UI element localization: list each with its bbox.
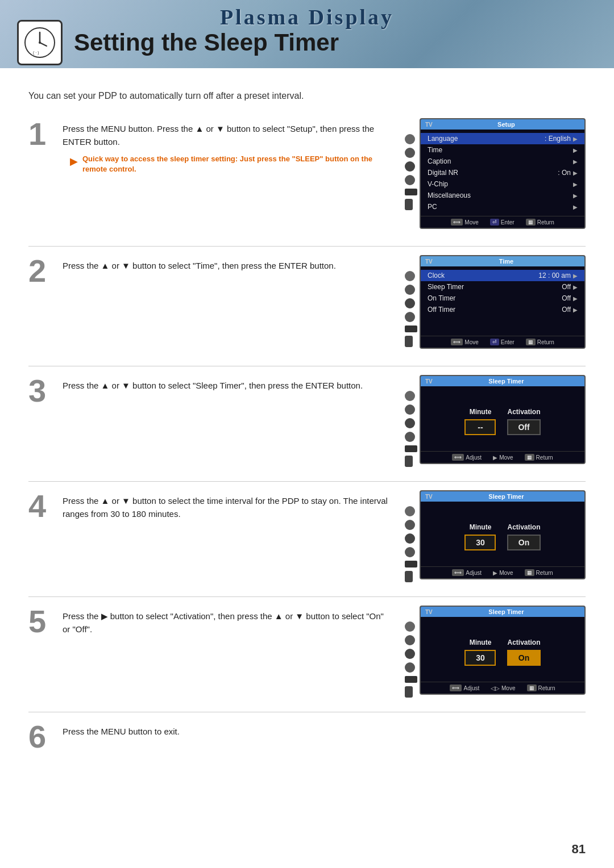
sidebar-icon-2-3: [405, 298, 415, 308]
step-6-text: Press the MENU button to exit.: [63, 721, 586, 738]
step-3-screen: TV Sleep Timer Minute -- Activatio: [404, 375, 586, 464]
page-number: 81: [572, 842, 586, 857]
minute-label-2: Minute: [464, 523, 496, 531]
tv-screen-sleep3: TV Sleep Timer Minute 30 Activatio: [420, 606, 586, 695]
tv-row-pc: PC ▶: [421, 201, 584, 212]
tv-screen-sleep3-header: TV Sleep Timer: [421, 607, 584, 617]
sidebar-icon-3-3: [405, 418, 415, 428]
sleep-spacer-bottom: [428, 435, 578, 445]
sidebar-icon-4-1: [405, 506, 415, 516]
divider-2: [28, 366, 586, 366]
screen-title-sleep1: Sleep Timer: [488, 378, 524, 385]
sidebar-icon-4: [405, 175, 415, 185]
step-1-tip: ▶ Quick way to access the sleep timer se…: [63, 154, 392, 174]
sleep-spacer-top-3: [428, 625, 578, 634]
step-2-text: Press the ▲ or ▼ button to select "Time"…: [63, 255, 392, 273]
divider-3: [28, 481, 586, 482]
sidebar-icon-3-1: [405, 391, 415, 401]
tv-screen-sleep1: TV Sleep Timer Minute -- Activatio: [420, 375, 586, 464]
step-3: 3 Press the ▲ or ▼ button to select "Sle…: [28, 375, 586, 464]
minute-label-3: Minute: [464, 639, 496, 646]
divider-1: [28, 246, 586, 247]
tv-sleep-body-1: Minute -- Activation Off: [421, 386, 584, 451]
tv-row-language: Language : English ▶: [421, 133, 584, 144]
sleep-spacer-top-2: [428, 510, 578, 519]
sidebar-icon-5-4: [405, 662, 415, 673]
tv-footer-sleep3: ⟺ Adjust ◁▷ Move ▦ Return: [421, 682, 584, 694]
activation-label-1: Activation: [507, 408, 540, 416]
activation-label-2: Activation: [507, 523, 540, 531]
footer-move-4: ▶ Move: [493, 569, 513, 576]
tv-row-on-timer: On Timer Off ▶: [421, 293, 584, 304]
tv-row-vchip: V-Chip ▶: [421, 178, 584, 190]
sidebar-icon-5-6: [405, 686, 413, 698]
main-content: You can set your PDP to automatically tu…: [0, 68, 614, 868]
sidebar-icon-5-5: [405, 676, 417, 683]
sleep-col-minute-2: Minute 30: [464, 523, 496, 550]
sleep-spacer-top: [428, 395, 578, 403]
sidebar-icon-2-6: [405, 336, 413, 347]
sidebar-icon-1: [405, 134, 415, 144]
sidebar-icon-4-6: [405, 571, 413, 582]
tv-row-digital-nr: Digital NR : On ▶: [421, 167, 584, 178]
sidebar-icon-3: [405, 161, 415, 172]
svg-text:( · ): ( · ): [33, 51, 39, 55]
page-header: Plasma Display ( · ) Setting the Sleep T…: [0, 0, 614, 68]
step-number-3: 3: [28, 375, 60, 407]
sleep-col-minute-3: Minute 30: [464, 639, 496, 666]
tv-sidebar-icons-5: [405, 621, 417, 698]
sidebar-icon-4-5: [405, 561, 417, 567]
tv-row-clock: Clock 12 : 00 am ▶: [421, 270, 584, 281]
screen-title-sleep2: Sleep Timer: [488, 493, 524, 500]
step-1-screen: TV Setup Language : English ▶ Time ▶: [404, 118, 586, 229]
step-number-5: 5: [28, 606, 60, 637]
sidebar-icon-4-4: [405, 547, 415, 557]
clock-icon: ( · ): [17, 20, 63, 65]
sidebar-icon-3-2: [405, 404, 415, 415]
footer-return-4: ▦ Return: [525, 569, 553, 576]
sidebar-icon-3-4: [405, 432, 415, 442]
tip-arrow-icon: ▶: [70, 155, 78, 168]
page-title: Setting the Sleep Timer: [74, 29, 339, 56]
sidebar-icon-5-1: [405, 621, 415, 632]
minute-value-2: 30: [464, 535, 496, 550]
step-1-text: Press the MENU button. Press the ▲ or ▼ …: [63, 118, 392, 148]
sidebar-icon-3-5: [405, 445, 417, 452]
step-1: 1 Press the MENU button. Press the ▲ or …: [28, 118, 586, 229]
footer-return-2: ▦ Return: [526, 339, 554, 345]
tv-screen-sleep2: TV Sleep Timer Minute 30 Activatio: [420, 490, 586, 579]
sidebar-icon-5-3: [405, 649, 415, 659]
footer-adjust-2: ⟺ Adjust: [452, 569, 482, 576]
step-number-2: 2: [28, 255, 60, 287]
sidebar-icon-2-4: [405, 312, 415, 322]
sidebar-icon-5: [405, 189, 417, 195]
tv-sidebar-icons-3: [405, 391, 417, 467]
tv-sidebar-icons-2: [405, 271, 417, 347]
activation-value-3: On: [507, 650, 540, 666]
sidebar-icon-2: [405, 148, 415, 158]
tv-wrapper-3: TV Sleep Timer Minute -- Activatio: [404, 375, 586, 464]
step-number-4: 4: [28, 490, 60, 522]
sidebar-icon-2-1: [405, 271, 415, 281]
tv-footer-sleep2: ⟺ Adjust ▶ Move ▦ Return: [421, 566, 584, 578]
tv-screen-sleep1-header: TV Sleep Timer: [421, 376, 584, 386]
tv-screen-header: TV Setup: [421, 119, 584, 130]
tv-sidebar-icons-4: [405, 506, 417, 582]
step-4-screen: TV Sleep Timer Minute 30 Activatio: [404, 490, 586, 579]
activation-value-1: Off: [507, 419, 540, 435]
step-number-1: 1: [28, 118, 60, 150]
step-2: 2 Press the ▲ or ▼ button to select "Tim…: [28, 255, 586, 349]
step-3-text: Press the ▲ or ▼ button to select "Sleep…: [63, 375, 392, 393]
tv-screen-sleep2-header: TV Sleep Timer: [421, 491, 584, 502]
sidebar-icon-2-5: [405, 326, 417, 332]
footer-return-3: ▦ Return: [525, 454, 553, 461]
tv-label: TV: [425, 122, 433, 128]
divider-4: [28, 596, 586, 597]
tv-screen-time: TV Time Clock 12 : 00 am ▶ Sleep Timer O…: [420, 255, 586, 349]
step-2-screen: TV Time Clock 12 : 00 am ▶ Sleep Timer O…: [404, 255, 586, 349]
step-4: 4 Press the ▲ or ▼ button to select the …: [28, 490, 586, 579]
tv-wrapper-2: TV Time Clock 12 : 00 am ▶ Sleep Timer O…: [404, 255, 586, 349]
footer-move: ⟺ Move: [451, 219, 478, 226]
tv-row-sleep-timer: Sleep Timer Off ▶: [421, 281, 584, 293]
step-5-text: Press the ▶ button to select "Activation…: [63, 606, 392, 636]
